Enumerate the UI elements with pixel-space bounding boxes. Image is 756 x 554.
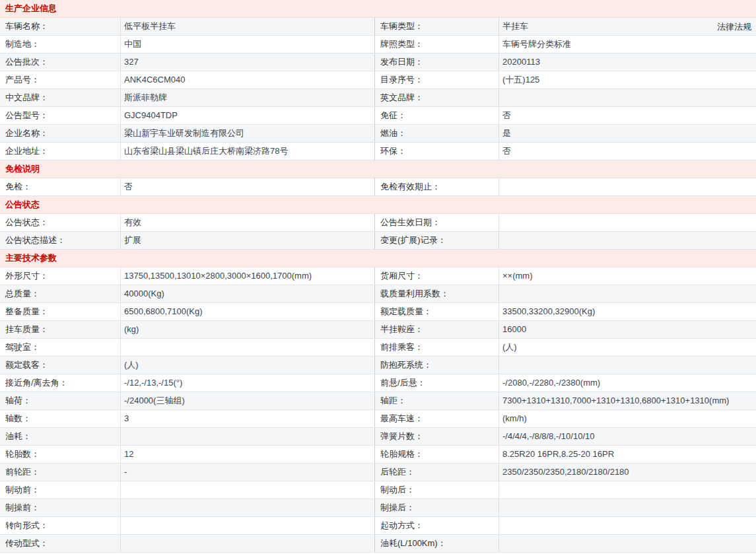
field-value: 2350/2350/2350,2180/2180/2180	[499, 464, 756, 481]
table-row: 制造地：中国牌照类型：车辆号牌分类标准	[0, 36, 756, 53]
field-label: 外形尺寸：	[0, 267, 121, 285]
field-label: 轴荷：	[0, 392, 121, 409]
field-label: 额定载客：	[0, 357, 121, 374]
field-value	[499, 535, 756, 552]
legal-regulations-link[interactable]: 法律法规	[717, 20, 751, 34]
field-value: -/2080,-/2280,-/2380(mm)	[499, 374, 756, 392]
table-row: 轮胎数：12轮胎规格：8.25R20 16PR,8.25-20 16PR	[0, 446, 756, 464]
field-label: 企业地址：	[0, 143, 121, 160]
table-row: 轴数：3最高车速：(km/h)	[0, 410, 756, 428]
field-value: (人)	[499, 339, 756, 356]
table-row: 车辆名称：低平板半挂车车辆类型：半挂车	[0, 18, 756, 36]
field-value: 13750,13500,13010×2800,3000×1600,1700(mm…	[121, 267, 375, 285]
field-value	[499, 285, 756, 302]
table-row: 企业地址：山东省梁山县梁山镇后庄大桥南梁济路78号环保：否	[0, 143, 756, 160]
field-value	[121, 517, 375, 534]
table-row: 公告状态描述：扩展变更(扩展)记录：	[0, 232, 756, 250]
field-value: -/24000(三轴组)	[121, 392, 375, 409]
field-value: 6500,6800,7100(Kg)	[121, 303, 375, 320]
field-label: 环保：	[375, 143, 499, 160]
section-header: 生产企业信息	[0, 0, 756, 18]
field-label: 免检：	[0, 178, 121, 195]
field-label: 产品号：	[0, 71, 121, 88]
field-label: 轮胎规格：	[375, 446, 499, 463]
field-value	[499, 232, 756, 249]
field-value	[499, 499, 756, 516]
field-value	[499, 517, 756, 534]
field-value: 33500,33200,32900(Kg)	[499, 303, 756, 320]
field-label: 制动后：	[375, 481, 499, 499]
field-value: -/12,-/13,-/15(°)	[121, 374, 375, 392]
field-value: 否	[499, 143, 756, 160]
field-label: 接近角/离去角：	[0, 374, 121, 392]
table-row: 转向形式：起动方式：	[0, 517, 756, 535]
field-label: 轮胎数：	[0, 446, 121, 463]
field-label: 前轮距：	[0, 464, 121, 481]
field-value: 车辆号牌分类标准	[499, 36, 756, 53]
field-label: 制造地：	[0, 36, 121, 53]
field-value: 7300+1310+1310,7000+1310+1310,6800+1310+…	[499, 392, 756, 409]
field-value	[499, 89, 756, 106]
field-label: 总质量：	[0, 285, 121, 302]
field-label: 传动型式：	[0, 535, 121, 552]
field-label: 公告型号：	[0, 107, 121, 124]
field-value	[499, 214, 756, 231]
section-header: 公告状态	[0, 196, 756, 214]
field-label: 油耗(L/100Km)：	[375, 535, 499, 552]
field-label: 轴数：	[0, 410, 121, 427]
field-label: 轴距：	[375, 392, 499, 409]
field-label: 制动前：	[0, 481, 121, 499]
field-label: 防抱死系统：	[375, 357, 499, 374]
field-value: (十五)125	[499, 71, 756, 88]
table-row: 整备质量：6500,6800,7100(Kg)额定载质量：33500,33200…	[0, 303, 756, 321]
field-label: 额定载质量：	[375, 303, 499, 320]
field-label: 后轮距：	[375, 464, 499, 481]
field-label: 免征：	[375, 107, 499, 124]
field-label: 货厢尺寸：	[375, 267, 499, 285]
table-row: 制动前：制动后：	[0, 481, 756, 499]
table-row: 制操前：制操后：	[0, 499, 756, 517]
field-value	[121, 428, 375, 445]
field-value: 山东省梁山县梁山镇后庄大桥南梁济路78号	[121, 143, 375, 160]
field-label: 车辆名称：	[0, 18, 121, 35]
field-label: 公告生效日期：	[375, 214, 499, 231]
table-row: 挂车质量：(kg)半挂鞍座：16000	[0, 321, 756, 339]
field-label: 驾驶室：	[0, 339, 121, 356]
table-row: 驾驶室：前排乘客：(人)	[0, 339, 756, 357]
table-row: 公告批次：327发布日期：20200113	[0, 53, 756, 71]
field-label: 起动方式：	[375, 517, 499, 534]
field-value	[121, 499, 375, 516]
field-value: 梁山新宇车业研发制造有限公司	[121, 125, 375, 142]
field-value: 3	[121, 410, 375, 427]
table-row: 总质量：40000(Kg)载质量利用系数：	[0, 285, 756, 303]
field-label: 制操前：	[0, 499, 121, 516]
field-label: 公告批次：	[0, 53, 121, 71]
field-label: 整备质量：	[0, 303, 121, 320]
field-value: 斯派菲勒牌	[121, 89, 375, 106]
field-label: 最高车速：	[375, 410, 499, 427]
table-row: 外形尺寸：13750,13500,13010×2800,3000×1600,17…	[0, 267, 756, 285]
field-label: 目录序号：	[375, 71, 499, 88]
field-value: 中国	[121, 36, 375, 53]
field-value: 是	[499, 125, 756, 142]
vehicle-spec-table: 生产企业信息车辆名称：低平板半挂车车辆类型：半挂车制造地：中国牌照类型：车辆号牌…	[0, 0, 756, 553]
field-label: 变更(扩展)记录：	[375, 232, 499, 249]
field-label: 免检有效期止：	[375, 178, 499, 195]
field-value	[121, 535, 375, 552]
field-value: (km/h)	[499, 410, 756, 427]
field-label: 牌照类型：	[375, 36, 499, 53]
field-label: 燃油：	[375, 125, 499, 142]
field-label: 油耗：	[0, 428, 121, 445]
field-value	[121, 339, 375, 356]
table-row: 免检：否免检有效期止：	[0, 178, 756, 196]
field-label: 弹簧片数：	[375, 428, 499, 445]
field-value: 有效	[121, 214, 375, 231]
field-label: 公告状态描述：	[0, 232, 121, 249]
table-row: 油耗：弹簧片数：-/4/4/4,-/8/8/8,-/10/10/10	[0, 428, 756, 446]
table-row: 传动型式：油耗(L/100Km)：	[0, 535, 756, 553]
field-label: 转向形式：	[0, 517, 121, 534]
field-label: 中文品牌：	[0, 89, 121, 106]
field-label: 公告状态：	[0, 214, 121, 231]
field-label: 英文品牌：	[375, 89, 499, 106]
field-value: -/4/4/4,-/8/8/8,-/10/10/10	[499, 428, 756, 445]
